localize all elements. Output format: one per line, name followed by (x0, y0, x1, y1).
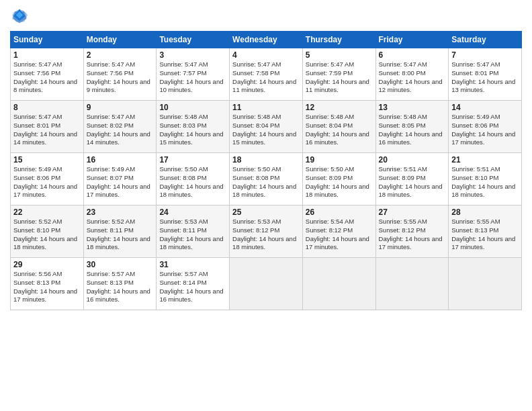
day-info: Sunrise: 5:55 AM Sunset: 8:13 PM Dayligh… (451, 218, 519, 252)
day-info: Sunrise: 5:55 AM Sunset: 8:12 PM Dayligh… (379, 218, 446, 252)
calendar-header-row: Sunday Monday Tuesday Wednesday Thursday… (11, 32, 522, 48)
calendar-week-row: 8 Sunrise: 5:47 AM Sunset: 8:01 PM Dayli… (11, 101, 522, 153)
day-number: 23 (87, 208, 154, 217)
calendar-cell: 15 Sunrise: 5:49 AM Sunset: 8:06 PM Dayl… (11, 153, 84, 205)
calendar-cell: 4 Sunrise: 5:47 AM Sunset: 7:58 PM Dayli… (230, 48, 303, 101)
day-number: 5 (306, 50, 373, 60)
day-number: 2 (87, 50, 154, 60)
day-info: Sunrise: 5:53 AM Sunset: 8:11 PM Dayligh… (159, 218, 226, 252)
calendar-cell: 18 Sunrise: 5:50 AM Sunset: 8:08 PM Dayl… (230, 153, 303, 205)
calendar-cell: 20 Sunrise: 5:51 AM Sunset: 8:09 PM Dayl… (375, 153, 449, 205)
calendar-week-row: 22 Sunrise: 5:52 AM Sunset: 8:10 PM Dayl… (11, 205, 522, 258)
calendar-cell: 19 Sunrise: 5:50 AM Sunset: 8:09 PM Dayl… (302, 153, 375, 205)
day-number: 21 (451, 155, 519, 165)
calendar-cell: 13 Sunrise: 5:48 AM Sunset: 8:05 PM Dayl… (375, 101, 449, 153)
day-info: Sunrise: 5:50 AM Sunset: 8:08 PM Dayligh… (159, 165, 226, 199)
day-info: Sunrise: 5:48 AM Sunset: 8:05 PM Dayligh… (379, 113, 446, 147)
calendar-cell: 23 Sunrise: 5:52 AM Sunset: 8:11 PM Dayl… (83, 205, 157, 258)
calendar-cell (449, 258, 522, 310)
day-number: 18 (232, 155, 300, 165)
calendar-cell: 10 Sunrise: 5:48 AM Sunset: 8:03 PM Dayl… (157, 101, 230, 153)
day-number: 24 (159, 208, 226, 217)
calendar-cell (230, 258, 303, 310)
day-info: Sunrise: 5:50 AM Sunset: 8:09 PM Dayligh… (306, 165, 373, 199)
calendar-cell: 12 Sunrise: 5:48 AM Sunset: 8:04 PM Dayl… (302, 101, 375, 153)
day-info: Sunrise: 5:52 AM Sunset: 8:11 PM Dayligh… (87, 218, 154, 252)
logo (10, 7, 32, 26)
calendar-cell: 22 Sunrise: 5:52 AM Sunset: 8:10 PM Dayl… (11, 205, 84, 258)
col-saturday: Saturday (449, 32, 522, 48)
calendar-cell: 7 Sunrise: 5:47 AM Sunset: 8:01 PM Dayli… (449, 48, 522, 101)
calendar-cell: 5 Sunrise: 5:47 AM Sunset: 7:59 PM Dayli… (302, 48, 375, 101)
day-number: 25 (232, 208, 300, 217)
day-number: 17 (159, 155, 226, 165)
day-number: 15 (13, 155, 81, 165)
col-friday: Friday (375, 32, 449, 48)
day-info: Sunrise: 5:47 AM Sunset: 8:02 PM Dayligh… (87, 113, 154, 147)
calendar-cell: 17 Sunrise: 5:50 AM Sunset: 8:08 PM Dayl… (157, 153, 230, 205)
calendar-cell: 14 Sunrise: 5:49 AM Sunset: 8:06 PM Dayl… (449, 101, 522, 153)
day-number: 12 (306, 103, 373, 112)
day-info: Sunrise: 5:51 AM Sunset: 8:10 PM Dayligh… (451, 165, 519, 199)
day-info: Sunrise: 5:49 AM Sunset: 8:06 PM Dayligh… (13, 165, 81, 199)
calendar-cell (375, 258, 449, 310)
day-info: Sunrise: 5:47 AM Sunset: 7:59 PM Dayligh… (306, 60, 373, 95)
calendar-cell: 29 Sunrise: 5:56 AM Sunset: 8:13 PM Dayl… (11, 258, 84, 310)
calendar-cell: 25 Sunrise: 5:53 AM Sunset: 8:12 PM Dayl… (230, 205, 303, 258)
day-number: 29 (13, 260, 81, 269)
calendar-cell: 30 Sunrise: 5:57 AM Sunset: 8:13 PM Dayl… (83, 258, 157, 310)
day-info: Sunrise: 5:50 AM Sunset: 8:08 PM Dayligh… (232, 165, 300, 199)
day-info: Sunrise: 5:47 AM Sunset: 7:56 PM Dayligh… (13, 60, 81, 95)
day-info: Sunrise: 5:47 AM Sunset: 7:57 PM Dayligh… (159, 60, 226, 95)
calendar-cell: 27 Sunrise: 5:55 AM Sunset: 8:12 PM Dayl… (375, 205, 449, 258)
col-sunday: Sunday (11, 32, 84, 48)
day-info: Sunrise: 5:57 AM Sunset: 8:13 PM Dayligh… (87, 270, 154, 304)
day-number: 10 (159, 103, 226, 112)
day-number: 9 (87, 103, 154, 112)
day-info: Sunrise: 5:47 AM Sunset: 8:00 PM Dayligh… (379, 60, 446, 95)
day-number: 14 (451, 103, 519, 112)
calendar-cell: 11 Sunrise: 5:48 AM Sunset: 8:04 PM Dayl… (230, 101, 303, 153)
day-number: 6 (379, 50, 446, 60)
day-number: 31 (159, 260, 226, 269)
calendar-cell (302, 258, 375, 310)
day-number: 20 (379, 155, 446, 165)
calendar-cell: 6 Sunrise: 5:47 AM Sunset: 8:00 PM Dayli… (375, 48, 449, 101)
col-monday: Monday (83, 32, 157, 48)
day-info: Sunrise: 5:47 AM Sunset: 7:56 PM Dayligh… (87, 60, 154, 95)
calendar-cell: 28 Sunrise: 5:55 AM Sunset: 8:13 PM Dayl… (449, 205, 522, 258)
calendar-cell: 16 Sunrise: 5:49 AM Sunset: 8:07 PM Dayl… (83, 153, 157, 205)
day-number: 4 (232, 50, 300, 60)
calendar-cell: 24 Sunrise: 5:53 AM Sunset: 8:11 PM Dayl… (157, 205, 230, 258)
calendar-cell: 2 Sunrise: 5:47 AM Sunset: 7:56 PM Dayli… (83, 48, 157, 101)
day-number: 1 (13, 50, 81, 60)
day-number: 30 (87, 260, 154, 269)
calendar-week-row: 1 Sunrise: 5:47 AM Sunset: 7:56 PM Dayli… (11, 48, 522, 101)
day-info: Sunrise: 5:51 AM Sunset: 8:09 PM Dayligh… (379, 165, 446, 199)
day-number: 26 (306, 208, 373, 217)
calendar-week-row: 15 Sunrise: 5:49 AM Sunset: 8:06 PM Dayl… (11, 153, 522, 205)
day-number: 27 (379, 208, 446, 217)
day-number: 13 (379, 103, 446, 112)
day-info: Sunrise: 5:47 AM Sunset: 7:58 PM Dayligh… (232, 60, 300, 95)
day-number: 19 (306, 155, 373, 165)
day-info: Sunrise: 5:48 AM Sunset: 8:04 PM Dayligh… (232, 113, 300, 147)
header (10, 7, 522, 26)
day-info: Sunrise: 5:56 AM Sunset: 8:13 PM Dayligh… (13, 270, 81, 304)
day-info: Sunrise: 5:53 AM Sunset: 8:12 PM Dayligh… (232, 218, 300, 252)
calendar-cell: 1 Sunrise: 5:47 AM Sunset: 7:56 PM Dayli… (11, 48, 84, 101)
day-info: Sunrise: 5:48 AM Sunset: 8:04 PM Dayligh… (306, 113, 373, 147)
day-info: Sunrise: 5:49 AM Sunset: 8:07 PM Dayligh… (87, 165, 154, 199)
day-info: Sunrise: 5:54 AM Sunset: 8:12 PM Dayligh… (306, 218, 373, 252)
calendar-cell: 26 Sunrise: 5:54 AM Sunset: 8:12 PM Dayl… (302, 205, 375, 258)
day-number: 28 (451, 208, 519, 217)
day-number: 11 (232, 103, 300, 112)
calendar: Sunday Monday Tuesday Wednesday Thursday… (10, 31, 522, 310)
day-number: 16 (87, 155, 154, 165)
calendar-week-row: 29 Sunrise: 5:56 AM Sunset: 8:13 PM Dayl… (11, 258, 522, 310)
calendar-cell: 3 Sunrise: 5:47 AM Sunset: 7:57 PM Dayli… (157, 48, 230, 101)
day-info: Sunrise: 5:48 AM Sunset: 8:03 PM Dayligh… (159, 113, 226, 147)
col-tuesday: Tuesday (157, 32, 230, 48)
day-number: 22 (13, 208, 81, 217)
day-info: Sunrise: 5:57 AM Sunset: 8:14 PM Dayligh… (159, 270, 226, 304)
